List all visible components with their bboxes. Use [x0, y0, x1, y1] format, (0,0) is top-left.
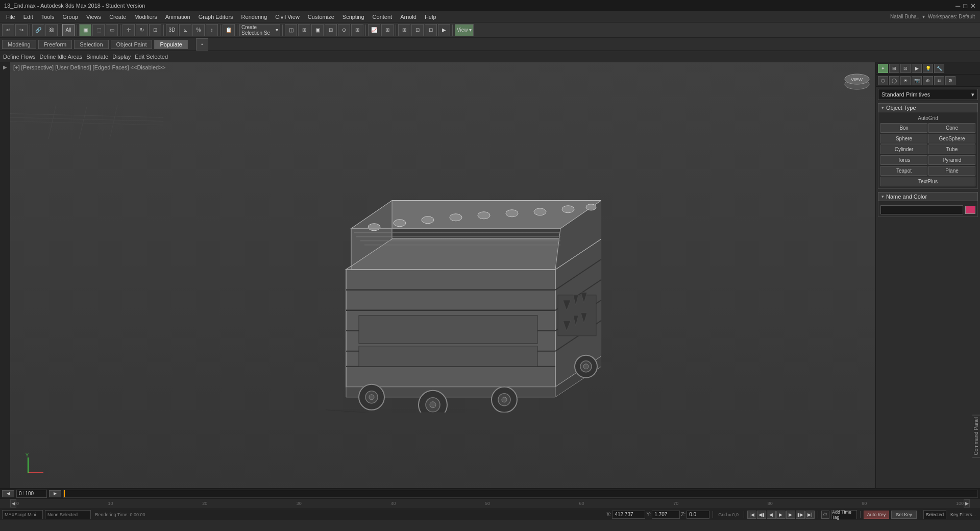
- prev-frame-btn2[interactable]: ◀: [767, 511, 776, 519]
- maximize-btn[interactable]: □: [963, 2, 967, 10]
- menu-create[interactable]: Create: [105, 13, 130, 21]
- render-setup-btn[interactable]: ⊡: [411, 24, 424, 36]
- motion-panel-icon[interactable]: ▶: [912, 64, 922, 73]
- menu-file[interactable]: File: [2, 13, 19, 21]
- lights-icon[interactable]: ☀: [900, 76, 911, 85]
- align-btn[interactable]: ⊞: [298, 24, 310, 36]
- spacewarps-icon[interactable]: ≋: [934, 76, 944, 85]
- define-flows-btn[interactable]: Define Flows: [3, 54, 36, 60]
- menu-rendering[interactable]: Rendering: [237, 13, 272, 21]
- torus-btn[interactable]: Torus: [880, 155, 927, 165]
- minimize-btn[interactable]: ─: [955, 2, 960, 10]
- menu-graph-editors[interactable]: Graph Editors: [194, 13, 237, 21]
- std-primitives-dropdown[interactable]: Standard Primitives ▾: [878, 89, 978, 100]
- menu-group[interactable]: Group: [58, 13, 82, 21]
- ruler-next-btn[interactable]: ▶: [964, 499, 970, 508]
- next-frame-btn2[interactable]: ▶: [786, 511, 795, 519]
- select-window-btn[interactable]: ▭: [106, 24, 118, 36]
- object-name-input[interactable]: [880, 205, 963, 214]
- menu-content[interactable]: Content: [369, 13, 397, 21]
- percent-snap-btn[interactable]: %: [192, 24, 205, 36]
- viewport-lbl[interactable]: View ▾: [455, 24, 474, 36]
- expand-left-btn[interactable]: ▶: [0, 62, 10, 72]
- menu-arnold[interactable]: Arnold: [396, 13, 421, 21]
- go-end-btn[interactable]: ▶|: [805, 511, 815, 519]
- angle-snap-btn[interactable]: ⊾: [179, 24, 191, 36]
- close-btn[interactable]: ✕: [970, 2, 976, 10]
- tab-selection[interactable]: Selection: [74, 40, 108, 49]
- select-region-btn[interactable]: ⬚: [92, 24, 105, 36]
- frame-input[interactable]: 0 / 100: [16, 490, 47, 498]
- menu-views[interactable]: Views: [82, 13, 105, 21]
- rotate-btn[interactable]: ↻: [136, 24, 148, 36]
- align-normal-btn[interactable]: ⊟: [325, 24, 337, 36]
- sphere-btn[interactable]: Sphere: [880, 134, 927, 143]
- define-idle-areas-btn[interactable]: Define Idle Areas: [40, 54, 83, 60]
- object-type-header[interactable]: ▾ Object Type: [878, 103, 978, 112]
- box-btn[interactable]: Box: [880, 123, 927, 133]
- key-filters-btn[interactable]: Key Filters...: [948, 512, 978, 517]
- add-time-tag-btn[interactable]: Add Time Tag: [831, 510, 857, 519]
- timeline-bar[interactable]: [63, 490, 978, 498]
- edit-selected-btn[interactable]: Edit Selected: [135, 54, 168, 60]
- display-panel-icon[interactable]: 💡: [923, 64, 933, 73]
- hierarchy-panel-icon[interactable]: ⊡: [900, 64, 911, 73]
- x-coord[interactable]: 412.737: [612, 511, 645, 519]
- prev-key-btn[interactable]: ◀▮: [757, 511, 766, 519]
- utilities-panel-icon[interactable]: 🔧: [934, 64, 944, 73]
- timeline-ruler[interactable]: ◀ 0 10 20 30 40 50 60 70 80 90 100 ▶: [0, 499, 980, 509]
- cylinder-btn[interactable]: Cylinder: [880, 144, 927, 154]
- next-key-btn[interactable]: ▮▶: [796, 511, 805, 519]
- create-panel-icon[interactable]: ✦: [878, 64, 888, 73]
- mat-editor-btn[interactable]: ⊞: [398, 24, 410, 36]
- textplus-btn[interactable]: TextPlus: [880, 177, 975, 186]
- schematic-btn[interactable]: ⊞: [381, 24, 394, 36]
- menu-scripting[interactable]: Scripting: [338, 13, 369, 21]
- unlink-btn[interactable]: ⛓: [45, 24, 58, 36]
- next-frame-btn[interactable]: ▶: [49, 490, 61, 497]
- color-swatch[interactable]: [965, 206, 975, 214]
- undo-btn[interactable]: ↩: [2, 24, 14, 36]
- place-highlight-btn[interactable]: ⊙: [338, 24, 350, 36]
- align-view-btn[interactable]: ▣: [311, 24, 324, 36]
- tab-freeform[interactable]: Freeform: [38, 40, 72, 49]
- scale-btn[interactable]: ⊡: [149, 24, 161, 36]
- cameras-icon[interactable]: 📷: [912, 76, 922, 85]
- ruler-prev-btn[interactable]: ◀: [10, 499, 16, 508]
- display-btn[interactable]: Display: [112, 54, 131, 60]
- named-sel-btn[interactable]: 📋: [223, 24, 235, 36]
- tab-object-paint[interactable]: Object Paint: [111, 40, 153, 49]
- curve-editor-btn[interactable]: 📈: [368, 24, 380, 36]
- align-camera-btn[interactable]: ⊞: [351, 24, 363, 36]
- geosphere-btn[interactable]: GeoSphere: [928, 134, 975, 143]
- play-btn[interactable]: ▶: [776, 511, 786, 519]
- cone-btn[interactable]: Cone: [928, 123, 975, 133]
- tube-btn[interactable]: Tube: [928, 144, 975, 154]
- menu-customize[interactable]: Customize: [304, 13, 338, 21]
- tab-modeling[interactable]: Modeling: [2, 40, 36, 49]
- snap-3d-btn[interactable]: 3D: [166, 24, 178, 36]
- menu-civil-view[interactable]: Civil View: [271, 13, 303, 21]
- spinner-snap-btn[interactable]: ↕: [206, 24, 218, 36]
- plane-btn[interactable]: Plane: [928, 166, 975, 176]
- select-link-btn[interactable]: 🔗: [32, 24, 44, 36]
- mirror-btn[interactable]: ◫: [285, 24, 297, 36]
- viewport[interactable]: [+] [Perspective] [User Defined] [Edged …: [10, 62, 875, 488]
- menu-modifiers[interactable]: Modifiers: [130, 13, 161, 21]
- go-start-btn[interactable]: |◀: [747, 511, 756, 519]
- time-config-btn[interactable]: ⏱: [821, 511, 829, 519]
- y-coord[interactable]: 1.707: [652, 511, 680, 519]
- filter-all[interactable]: All: [62, 24, 75, 36]
- systems-icon[interactable]: ⚙: [945, 76, 955, 85]
- helpers-icon[interactable]: ⊕: [923, 76, 933, 85]
- shapes-icon[interactable]: ◯: [889, 76, 899, 85]
- simulate-btn[interactable]: Simulate: [86, 54, 108, 60]
- z-coord[interactable]: 0.0: [687, 511, 709, 519]
- geometry-icon[interactable]: ⬡: [878, 76, 888, 85]
- prev-frame-btn[interactable]: ◀: [2, 490, 14, 497]
- tab-populate[interactable]: Populate: [154, 40, 187, 49]
- render-btn[interactable]: ▶: [438, 24, 450, 36]
- create-sel-dropdown[interactable]: Create Selection Se▾: [239, 24, 280, 36]
- maxscript-mini[interactable]: MAXScript Mini: [2, 510, 43, 519]
- teapot-btn[interactable]: Teapot: [880, 166, 927, 176]
